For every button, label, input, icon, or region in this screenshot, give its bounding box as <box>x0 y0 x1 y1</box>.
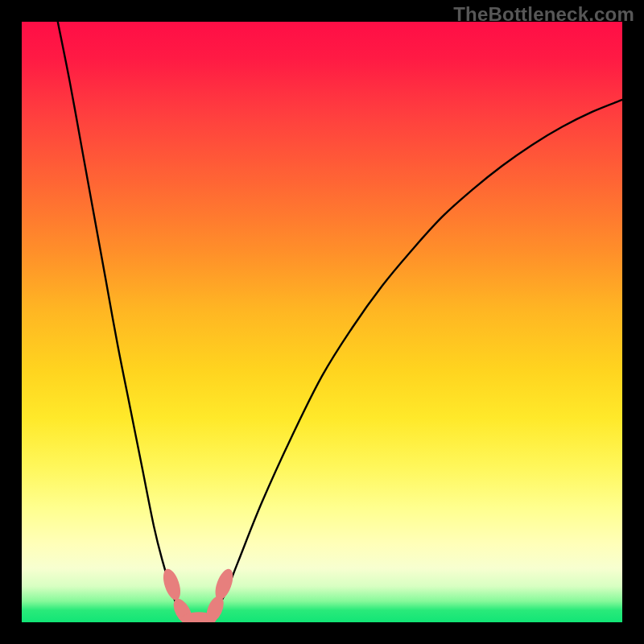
watermark-text: TheBottleneck.com <box>453 3 634 26</box>
markers-layer <box>22 22 622 622</box>
plot-area <box>22 22 622 622</box>
marker-left-upper <box>160 567 184 602</box>
marker-right-upper <box>212 567 237 602</box>
chart-frame: TheBottleneck.com <box>0 0 644 644</box>
